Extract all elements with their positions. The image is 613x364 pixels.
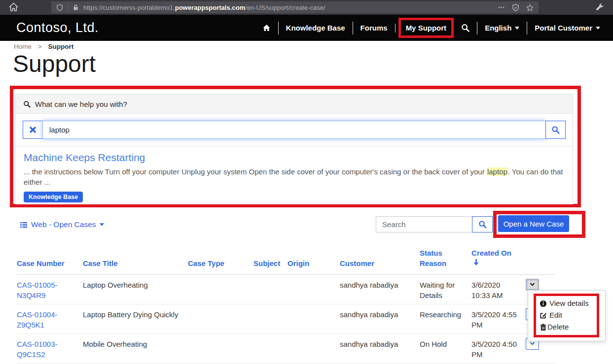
status-cell: On Hold (420, 333, 471, 363)
created-cell: 3/6/2020 10:33 AM (471, 274, 526, 304)
subject-cell (253, 304, 288, 333)
col-origin[interactable]: Origin (288, 245, 340, 274)
menu-item-edit[interactable]: Edit (540, 309, 595, 321)
created-cell: 3/5/2020 4:55 PM (471, 304, 526, 333)
kb-search-input[interactable] (42, 121, 546, 139)
breadcrumb-separator: > (38, 43, 42, 50)
col-actions (526, 245, 555, 274)
chevron-down-icon (515, 27, 519, 30)
col-customer[interactable]: Customer (340, 245, 420, 274)
annotation-box-search-panel: What can we help you with? Machine Keeps… (10, 86, 581, 207)
customer-cell: sandhya rabadiya (340, 304, 420, 333)
status-cell: Waiting for Details (420, 274, 471, 304)
result-snippet: ... the instructions below Turn off your… (24, 166, 565, 187)
cases-table: Case Number Case Title Case Type Subject… (17, 245, 555, 364)
language-dropdown[interactable]: English (485, 24, 519, 32)
case-type-cell (188, 274, 253, 304)
col-case-number[interactable]: Case Number (17, 245, 83, 274)
origin-cell (288, 304, 340, 333)
annotation-box-context-menu: View details Edit Delete (534, 294, 599, 337)
customer-cell: sandhya rabadiya (340, 333, 420, 363)
menu-item-view-details[interactable]: View details (540, 298, 595, 309)
case-search-input[interactable] (376, 216, 472, 232)
nav-forums[interactable]: Forums (361, 24, 388, 32)
edit-icon (540, 312, 547, 319)
page-actions-ellipsis-icon[interactable] (498, 4, 505, 11)
brand-logo[interactable]: Contoso, Ltd. (16, 20, 99, 35)
kb-search-header: What can we help you with? (16, 95, 573, 114)
browser-home-icon[interactable] (9, 2, 18, 12)
sort-desc-icon (473, 259, 479, 266)
col-case-title[interactable]: Case Title (83, 245, 188, 274)
case-type-cell (188, 333, 253, 363)
tracking-shield-icon[interactable] (56, 4, 63, 11)
shield-badge-icon[interactable] (512, 4, 519, 11)
chevron-down-icon (596, 27, 600, 30)
highlighted-term: laptop (487, 167, 508, 176)
nav-separator (527, 22, 527, 34)
clear-search-button[interactable] (23, 121, 43, 139)
origin-cell (288, 333, 340, 363)
col-status-reason[interactable]: Status Reason (420, 245, 471, 274)
breadcrumb-current: Support (48, 43, 73, 50)
url-separator (68, 3, 68, 11)
view-selector-dropdown[interactable]: Web - Open Cases (20, 220, 104, 229)
nav-menu: Knowledge Base Forums My Support English… (256, 18, 606, 38)
nav-search-icon[interactable] (461, 24, 469, 32)
case-number-link[interactable]: CAS-01005-N3Q4R9 (17, 281, 58, 299)
kb-search-panel: What can we help you with? Machine Keeps… (15, 94, 573, 204)
breadcrumb: Home > Support (14, 43, 73, 50)
browser-chrome: https://customerss-portaldemo1.powerapps… (0, 0, 613, 15)
nav-separator (353, 22, 353, 34)
address-bar[interactable]: https://customerss-portaldemo1.powerapps… (51, 1, 539, 13)
breadcrumb-home[interactable]: Home (14, 43, 32, 50)
kb-search-button[interactable] (545, 121, 566, 139)
origin-cell (288, 274, 340, 304)
result-title-link[interactable]: Machine Keeps Restarting (24, 152, 145, 163)
kb-search-header-label: What can we help you with? (35, 100, 127, 108)
screen: https://customerss-portaldemo1.powerapps… (0, 0, 613, 364)
created-cell: 3/5/2020 4:50 PM (471, 333, 526, 363)
nav-my-support[interactable]: My Support (406, 24, 447, 32)
chevron-down-icon (100, 223, 104, 226)
open-new-case-button[interactable]: Open a New Case (498, 215, 569, 232)
search-icon (23, 100, 31, 108)
trash-icon (540, 324, 547, 331)
case-title-cell: Mobile Overheating (83, 333, 188, 363)
case-search-button[interactable] (472, 216, 493, 232)
case-title-cell: Laptop Overheating (83, 274, 188, 304)
table-header-row: Case Number Case Title Case Type Subject… (17, 245, 555, 274)
bookmark-star-icon[interactable] (526, 4, 534, 11)
case-number-link[interactable]: CAS-01003-Q9C1S2 (17, 340, 58, 359)
menu-item-delete[interactable]: Delete (540, 321, 595, 333)
view-selector-label: Web - Open Cases (31, 220, 96, 229)
knowledge-base-badge[interactable]: Knowledge Base (24, 192, 83, 202)
nav-separator (395, 24, 396, 33)
page-title: Support (13, 50, 96, 77)
row-context-menu: View details Edit Delete (528, 290, 606, 341)
col-created-on[interactable]: Created On (471, 245, 526, 274)
lock-icon (72, 4, 79, 11)
table-row: CAS-01004-Z9Q5K1 Laptop Battery Dying Qu… (17, 304, 555, 333)
col-subject[interactable]: Subject (253, 245, 288, 274)
annotation-box-my-support: My Support (398, 18, 454, 38)
col-case-type[interactable]: Case Type (188, 245, 253, 274)
subject-cell (253, 333, 288, 363)
user-dropdown[interactable]: Portal Customer (535, 24, 600, 32)
nav-home-icon[interactable] (262, 24, 271, 32)
case-title-cell: Laptop Battery Dying Quickly (83, 304, 188, 333)
case-type-cell (188, 304, 253, 333)
wrench-icon[interactable] (596, 3, 604, 11)
list-icon (20, 221, 28, 229)
case-number-link[interactable]: CAS-01004-Z9Q5K1 (17, 310, 58, 329)
kb-search-input-group (23, 121, 566, 139)
customer-cell: sandhya rabadiya (340, 274, 420, 304)
nav-separator (278, 22, 279, 34)
nav-separator (477, 22, 477, 34)
subject-cell (253, 274, 288, 304)
nav-knowledge-base[interactable]: Knowledge Base (286, 24, 345, 32)
site-navbar: Contoso, Ltd. Knowledge Base Forums My S… (0, 15, 613, 41)
url-text: https://customerss-portaldemo1.powerapps… (83, 4, 325, 11)
annotation-box-new-case: Open a New Case (493, 211, 585, 238)
row-actions-dropdown-button[interactable] (526, 279, 539, 291)
